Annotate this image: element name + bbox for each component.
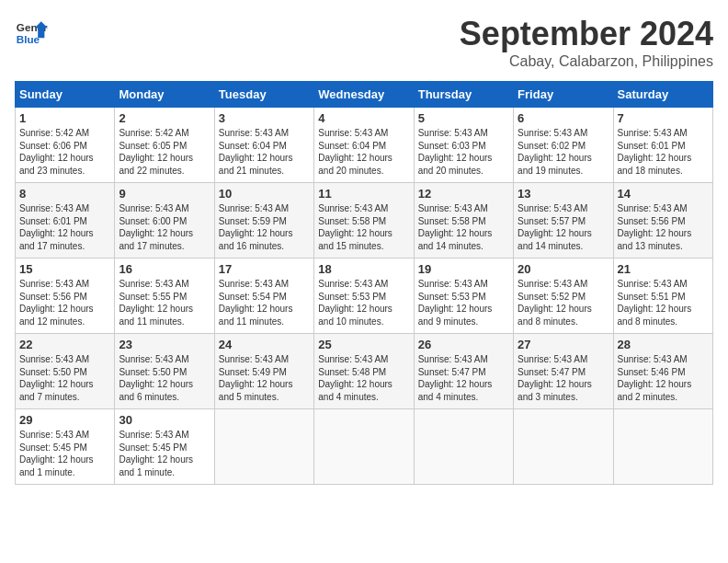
table-row: 1Sunrise: 5:42 AMSunset: 6:06 PMDaylight… (16, 108, 115, 183)
table-row: 29Sunrise: 5:43 AMSunset: 5:45 PMDayligh… (16, 409, 115, 485)
header-saturday: Saturday (613, 82, 712, 108)
table-row: 9Sunrise: 5:43 AMSunset: 6:00 PMDaylight… (115, 183, 214, 259)
table-row (414, 409, 513, 485)
table-row: 2Sunrise: 5:42 AMSunset: 6:05 PMDaylight… (115, 108, 214, 183)
logo-icon: General Blue (15, 15, 48, 48)
table-row: 20Sunrise: 5:43 AMSunset: 5:52 PMDayligh… (514, 259, 613, 334)
table-row: 23Sunrise: 5:43 AMSunset: 5:50 PMDayligh… (115, 334, 214, 409)
header-sunday: Sunday (16, 82, 115, 108)
table-row: 19Sunrise: 5:43 AMSunset: 5:53 PMDayligh… (414, 259, 513, 334)
header-tuesday: Tuesday (214, 82, 313, 108)
table-row: 13Sunrise: 5:43 AMSunset: 5:57 PMDayligh… (514, 183, 613, 259)
header-monday: Monday (115, 82, 214, 108)
calendar-week-row: 29Sunrise: 5:43 AMSunset: 5:45 PMDayligh… (16, 409, 713, 485)
table-row: 25Sunrise: 5:43 AMSunset: 5:48 PMDayligh… (314, 334, 414, 409)
page-header: General Blue September 2024 Cabay, Calab… (15, 15, 713, 70)
header-thursday: Thursday (414, 82, 513, 108)
table-row: 11Sunrise: 5:43 AMSunset: 5:58 PMDayligh… (314, 183, 414, 259)
table-row: 3Sunrise: 5:43 AMSunset: 6:04 PMDaylight… (214, 108, 313, 183)
table-row: 5Sunrise: 5:43 AMSunset: 6:03 PMDaylight… (414, 108, 513, 183)
table-row: 10Sunrise: 5:43 AMSunset: 5:59 PMDayligh… (214, 183, 313, 259)
table-row: 15Sunrise: 5:43 AMSunset: 5:56 PMDayligh… (16, 259, 115, 334)
table-row: 6Sunrise: 5:43 AMSunset: 6:02 PMDaylight… (514, 108, 613, 183)
table-row (613, 409, 712, 485)
table-row: 28Sunrise: 5:43 AMSunset: 5:46 PMDayligh… (613, 334, 712, 409)
logo: General Blue (15, 15, 48, 48)
table-row (314, 409, 414, 485)
table-row: 21Sunrise: 5:43 AMSunset: 5:51 PMDayligh… (613, 259, 712, 334)
table-row: 27Sunrise: 5:43 AMSunset: 5:47 PMDayligh… (514, 334, 613, 409)
calendar-week-row: 15Sunrise: 5:43 AMSunset: 5:56 PMDayligh… (16, 259, 713, 334)
header-friday: Friday (514, 82, 613, 108)
calendar-week-row: 1Sunrise: 5:42 AMSunset: 6:06 PMDaylight… (16, 108, 713, 183)
title-section: September 2024 Cabay, Calabarzon, Philip… (460, 15, 713, 70)
table-row: 7Sunrise: 5:43 AMSunset: 6:01 PMDaylight… (613, 108, 712, 183)
weekday-header-row: Sunday Monday Tuesday Wednesday Thursday… (16, 82, 713, 108)
table-row: 8Sunrise: 5:43 AMSunset: 6:01 PMDaylight… (16, 183, 115, 259)
table-row: 4Sunrise: 5:43 AMSunset: 6:04 PMDaylight… (314, 108, 414, 183)
table-row (514, 409, 613, 485)
table-row (214, 409, 313, 485)
calendar-table: Sunday Monday Tuesday Wednesday Thursday… (15, 81, 713, 485)
month-title: September 2024 (460, 15, 713, 53)
table-row: 12Sunrise: 5:43 AMSunset: 5:58 PMDayligh… (414, 183, 513, 259)
calendar-week-row: 22Sunrise: 5:43 AMSunset: 5:50 PMDayligh… (16, 334, 713, 409)
svg-text:Blue: Blue (17, 33, 40, 45)
calendar-week-row: 8Sunrise: 5:43 AMSunset: 6:01 PMDaylight… (16, 183, 713, 259)
table-row: 26Sunrise: 5:43 AMSunset: 5:47 PMDayligh… (414, 334, 513, 409)
header-wednesday: Wednesday (314, 82, 414, 108)
table-row: 30Sunrise: 5:43 AMSunset: 5:45 PMDayligh… (115, 409, 214, 485)
table-row: 22Sunrise: 5:43 AMSunset: 5:50 PMDayligh… (16, 334, 115, 409)
table-row: 17Sunrise: 5:43 AMSunset: 5:54 PMDayligh… (214, 259, 313, 334)
table-row: 14Sunrise: 5:43 AMSunset: 5:56 PMDayligh… (613, 183, 712, 259)
table-row: 16Sunrise: 5:43 AMSunset: 5:55 PMDayligh… (115, 259, 214, 334)
table-row: 18Sunrise: 5:43 AMSunset: 5:53 PMDayligh… (314, 259, 414, 334)
table-row: 24Sunrise: 5:43 AMSunset: 5:49 PMDayligh… (214, 334, 313, 409)
location-title: Cabay, Calabarzon, Philippines (460, 53, 713, 70)
